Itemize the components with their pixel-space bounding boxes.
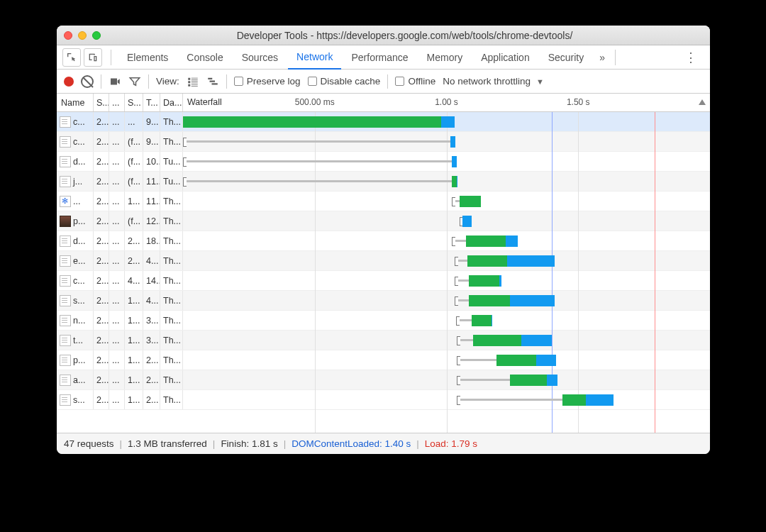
table-row[interactable]: ...2......1...11...Th... — [57, 192, 710, 211]
waterfall-cell — [183, 172, 710, 191]
table-row[interactable]: s...2......1...2...Th... — [57, 390, 710, 410]
preserve-log-checkbox[interactable]: Preserve log — [234, 76, 301, 87]
table-row[interactable]: p...2......1...2...Th... — [57, 350, 710, 370]
disable-cache-checkbox[interactable]: Disable cache — [308, 76, 381, 87]
col-time[interactable]: T... — [143, 94, 160, 111]
separator — [111, 50, 111, 65]
col-status[interactable]: S... — [94, 94, 109, 111]
waterfall-cell — [183, 112, 710, 131]
more-tabs[interactable]: » — [594, 52, 611, 63]
offline-checkbox[interactable]: Offline — [395, 76, 435, 87]
throttling-select[interactable]: No network throttling ▼ — [443, 76, 544, 87]
waterfall-cell — [183, 132, 710, 151]
devtools-window: Developer Tools - https://developers.goo… — [57, 26, 710, 454]
filter-icon[interactable] — [128, 75, 141, 88]
file-icon — [60, 255, 71, 267]
file-icon — [60, 156, 71, 167]
file-icon — [60, 235, 71, 247]
file-icon — [60, 216, 71, 227]
waterfall-cell — [183, 390, 710, 409]
file-icon — [60, 196, 71, 207]
file-icon — [60, 136, 71, 148]
col-name[interactable]: Name — [57, 94, 94, 111]
tab-elements[interactable]: Elements — [118, 45, 177, 70]
tab-application[interactable]: Application — [472, 45, 538, 70]
file-icon — [60, 355, 71, 366]
table-row[interactable]: c...2......4...14...Th... — [57, 271, 710, 291]
waterfall-cell — [183, 251, 710, 270]
status-load: Load: 1.79 s — [425, 438, 477, 449]
waterfall-cell — [183, 331, 710, 350]
waterfall-cell — [183, 152, 710, 171]
waterfall-view-icon[interactable] — [206, 75, 219, 88]
waterfall-cell — [183, 211, 710, 231]
tab-memory[interactable]: Memory — [418, 45, 472, 70]
file-icon — [60, 275, 71, 287]
table-row[interactable]: p...2......(f...12...Th... — [57, 211, 710, 231]
file-icon — [60, 295, 71, 306]
table-row[interactable]: c...2......(f...9...Th... — [57, 132, 710, 152]
settings-menu-icon[interactable]: ⋮ — [677, 50, 704, 65]
file-icon — [60, 315, 71, 326]
large-rows-icon[interactable] — [187, 75, 199, 88]
table-row[interactable]: a...2......1...2...Th... — [57, 370, 710, 390]
window-controls — [64, 31, 101, 40]
col-type[interactable]: ... — [109, 94, 125, 111]
minimize-button[interactable] — [78, 31, 87, 40]
waterfall-cell — [183, 192, 710, 211]
table-row[interactable]: d...2......(f...10...Tu... — [57, 152, 710, 172]
sort-indicator-icon — [699, 99, 706, 105]
inspect-element-icon[interactable] — [62, 48, 81, 67]
status-requests: 47 requests — [64, 438, 114, 449]
waterfall-cell — [183, 271, 710, 290]
col-size[interactable]: S... — [125, 94, 143, 111]
titlebar: Developer Tools - https://developers.goo… — [57, 26, 710, 45]
close-button[interactable] — [64, 31, 72, 40]
request-table: c...2.........9...Th...c...2......(f...9… — [57, 112, 710, 433]
table-row[interactable]: d...2......2...18...Th... — [57, 231, 710, 251]
view-label: View: — [156, 76, 179, 87]
table-row[interactable]: t...2......1...3...Th... — [57, 331, 710, 350]
record-button[interactable] — [64, 77, 74, 87]
file-icon — [60, 375, 71, 386]
col-waterfall[interactable]: Waterfall 500.00 ms 1.00 s 1.50 s — [183, 94, 710, 111]
maximize-button[interactable] — [92, 31, 101, 40]
file-icon — [60, 335, 71, 346]
tab-network[interactable]: Network — [288, 45, 341, 70]
device-toolbar-icon[interactable] — [84, 48, 102, 67]
tab-performance[interactable]: Performance — [343, 45, 416, 70]
panel-tabs: ElementsConsoleSourcesNetworkPerformance… — [57, 45, 710, 70]
waterfall-cell — [183, 291, 710, 310]
status-bar: 47 requests | 1.3 MB transferred | Finis… — [57, 433, 710, 454]
tab-console[interactable]: Console — [178, 45, 231, 70]
file-icon — [60, 116, 71, 128]
table-row[interactable]: s...2......1...4...Th... — [57, 291, 710, 311]
col-date[interactable]: Da... — [160, 94, 183, 111]
tab-security[interactable]: Security — [540, 45, 593, 70]
separator — [615, 50, 616, 65]
status-dcl: DOMContentLoaded: 1.40 s — [292, 438, 411, 449]
network-toolbar: View: Preserve log Disable cache Offline… — [57, 70, 710, 94]
waterfall-cell — [183, 370, 710, 389]
waterfall-cell — [183, 350, 710, 370]
camera-icon[interactable] — [109, 75, 121, 88]
clear-button[interactable] — [81, 75, 94, 88]
table-row[interactable]: e...2......2...4...Th... — [57, 251, 710, 271]
tab-sources[interactable]: Sources — [233, 45, 287, 70]
status-transferred: 1.3 MB transferred — [128, 438, 207, 449]
waterfall-cell — [183, 231, 710, 250]
waterfall-cell — [183, 311, 710, 330]
file-icon — [60, 176, 71, 187]
file-icon — [60, 394, 71, 406]
table-header: Name S... ... S... T... Da... Waterfall … — [57, 94, 710, 112]
window-title: Developer Tools - https://developers.goo… — [106, 30, 703, 41]
table-row[interactable]: n...2......1...3...Th... — [57, 311, 710, 331]
table-row[interactable]: j...2......(f...11...Tu... — [57, 172, 710, 192]
table-row[interactable]: c...2.........9...Th... — [57, 112, 710, 132]
status-finish: Finish: 1.81 s — [221, 438, 277, 449]
